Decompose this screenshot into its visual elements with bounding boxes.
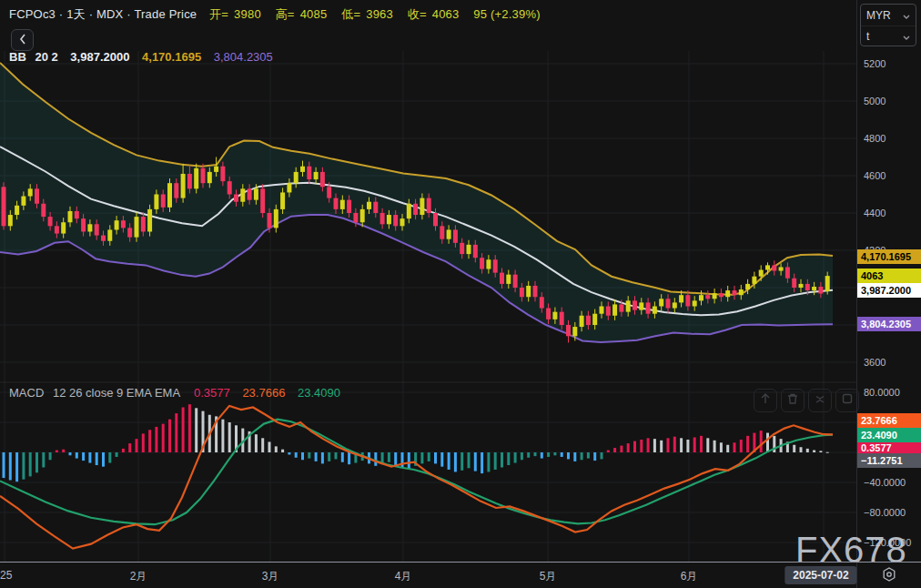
macd-histogram-bar <box>766 433 769 452</box>
macd-histogram-bar <box>321 452 324 463</box>
candle-body <box>792 279 796 288</box>
macd-histogram-bar <box>195 408 197 452</box>
macd-histogram-bar <box>428 452 430 461</box>
macd-histogram-bar <box>553 452 556 455</box>
macd-histogram-bar <box>494 452 497 470</box>
candle-body <box>705 295 710 299</box>
axis-price-tag: 3,804.2305 <box>857 317 921 331</box>
axis-price-tag: 23.7666 <box>857 413 921 428</box>
candle-body <box>240 188 245 201</box>
candle-body <box>334 198 339 209</box>
candle-body <box>713 293 717 299</box>
macd-histogram-bar <box>182 408 185 453</box>
candle-body <box>87 224 92 231</box>
candle-body <box>633 300 637 309</box>
macd-histogram-bar <box>228 422 231 452</box>
time-tick-label: 2月 <box>130 569 147 584</box>
macd-histogram-bar <box>42 452 45 468</box>
chevron-down-icon <box>903 30 910 43</box>
candle-body <box>772 265 776 270</box>
move-pane-up-button[interactable] <box>754 389 777 412</box>
candle-body <box>699 295 703 300</box>
time-tick-label: 6月 <box>681 569 698 584</box>
candle-body <box>606 307 611 316</box>
macd-histogram-bar <box>567 452 570 459</box>
macd-histogram-bar <box>155 427 157 452</box>
candle-body <box>526 286 531 297</box>
maximize-pane-button[interactable] <box>835 389 859 412</box>
axis-price-tag: −11.2751 <box>857 453 921 468</box>
bb-indicator-legend[interactable]: BB 20 2 3,987.2000 4,170.1695 3,804.2305 <box>9 50 273 64</box>
candle-body <box>619 304 623 311</box>
candle-body <box>765 265 770 269</box>
trash-icon <box>786 392 799 409</box>
price-axis[interactable]: 52005000480046004400420040003800360080.0… <box>856 0 921 562</box>
candle-body <box>121 220 126 228</box>
collapse-icon <box>814 392 826 409</box>
macd-histogram-bar <box>487 452 490 471</box>
candle-body <box>659 299 663 306</box>
candle-body <box>367 202 371 209</box>
candle-body <box>805 284 810 290</box>
candle-body <box>739 289 744 295</box>
candle-body <box>646 302 651 313</box>
macd-histogram-bar <box>108 452 111 463</box>
candle-body <box>248 188 252 199</box>
open-value: 开=3980 <box>209 7 267 21</box>
candle-body <box>745 284 750 289</box>
macd-histogram-bar <box>593 452 596 461</box>
macd-histogram-bar <box>148 430 151 452</box>
candle-body <box>440 226 444 238</box>
chart-app: FCPOc3 · 1天 · MDX · Trade Price 开=3980 高… <box>0 0 921 588</box>
macd-histogram-bar <box>660 441 663 452</box>
macd-histogram-bar <box>255 434 258 452</box>
candle-body <box>453 229 458 242</box>
candle-body <box>21 197 25 206</box>
candle-body <box>48 217 53 226</box>
macd-histogram-bar <box>620 446 622 452</box>
candle-body <box>679 295 683 302</box>
macd-histogram-bar <box>440 452 443 467</box>
symbol-title[interactable]: FCPOc3 · 1天 · MDX · Trade Price <box>9 7 197 21</box>
macd-histogram-bar <box>335 452 338 459</box>
candle-body <box>41 204 46 217</box>
axis-settings-corner[interactable] <box>856 563 921 588</box>
macd-histogram-bar <box>700 436 703 452</box>
macd-histogram-bar <box>288 452 290 454</box>
macd-indicator-legend[interactable]: MACD 12 26 close 9 EMA EMA 0.3577 23.766… <box>9 386 340 400</box>
chart-canvas[interactable] <box>0 0 856 562</box>
macd-histogram-bar <box>62 450 65 452</box>
collapse-pane-button[interactable] <box>808 389 832 412</box>
candle-body <box>799 284 804 288</box>
candle-body <box>220 167 225 181</box>
candle-body <box>68 211 73 222</box>
macd-histogram-bar <box>734 442 736 452</box>
macd-histogram-bar <box>328 452 330 461</box>
macd-histogram-bar <box>714 441 716 452</box>
candle-body <box>733 290 737 295</box>
candle-body <box>327 187 331 198</box>
bb-lower-value: 3,804.2305 <box>214 50 273 64</box>
candle-body <box>268 213 272 228</box>
macd-histogram-bar <box>88 452 91 463</box>
axis-price-tag: 4063 <box>857 269 921 283</box>
macd-histogram-bar <box>308 452 310 459</box>
candle-body <box>719 293 724 297</box>
time-tick-label: 5月 <box>540 569 557 584</box>
macd-histogram-bar <box>686 440 689 452</box>
unit-dropdown[interactable]: t <box>861 25 916 46</box>
candle-body <box>320 172 325 187</box>
macd-histogram-bar <box>408 452 410 469</box>
macd-histogram-bar <box>740 440 743 452</box>
candle-body <box>552 312 557 319</box>
delete-pane-button[interactable] <box>781 389 805 412</box>
candle-body <box>752 277 756 284</box>
macd-histogram-bar <box>514 452 517 463</box>
candle-body <box>546 309 551 319</box>
currency-dropdown[interactable]: MYR <box>861 5 916 25</box>
back-button[interactable] <box>11 29 34 51</box>
time-axis[interactable]: 252月3月4月5月6月2025-07-02 <box>0 562 921 588</box>
macd-histogram-bar <box>454 452 457 471</box>
macd-histogram-bar <box>388 452 390 462</box>
macd-histogram-bar <box>534 452 537 456</box>
